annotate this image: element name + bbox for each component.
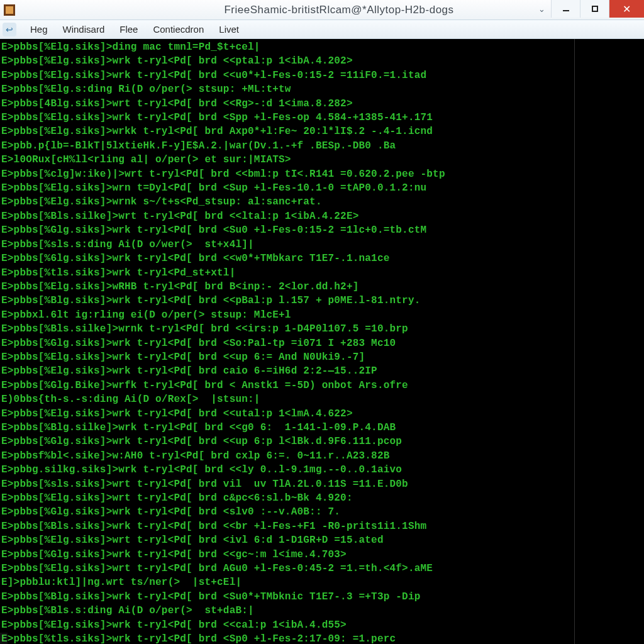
terminal-line: E>pbbs[%Elg.siks]>wRHB t-ryl<Pd[ brd B<i… [1, 280, 641, 294]
terminal-line: E>pbbs[%sls.s:ding Ai(D o/wer(> st+x4l]| [1, 238, 641, 252]
window-title: FrieeShamic-britistRlcam@*Allytop-H2b-do… [146, 4, 532, 16]
terminal-line: E>pbbs[%6lg.siks]>wrk t-ryl<Pd[ brd <<w0… [1, 252, 641, 265]
terminal-line: E>pbbs[%Bls.silke]>wrnk t-ryl<Pd[ brd <<… [1, 322, 641, 336]
maximize-button[interactable] [580, 0, 609, 18]
menu-heg[interactable]: Heg [23, 21, 55, 37]
terminal-line: E>pbbs[%Glg.siks]>wrk t-ryl<Pd[ brd <slv… [1, 505, 641, 519]
terminal-line: E>pbbs[%Glg.siks]>wrk t-ryl<Pd[ brd <<gc… [1, 548, 641, 562]
back-icon[interactable]: ↩ [3, 23, 16, 36]
terminal-line: E>pbbs[%Elg.siks]>wrk t-ryl<Pd[ brd <<ut… [1, 407, 641, 421]
terminal-line: E>pbbs[%clg]w:ike)|>wrt t-ryl<Pd[ brd <<… [1, 167, 641, 181]
terminal-line: E>pbbs[%Elg.siks]>wrk t-ryl<Pd[ brd <<ca… [1, 618, 641, 632]
terminal-output: E>pbbs[%Elg.siks]>ding mac tmnl=Pd_$t+ce… [0, 39, 644, 644]
caret-down-button[interactable]: ⌄ [532, 0, 551, 18]
terminal-line: E>pbbs[%Elg.siks]>wrk t-ryl<Pd[ brd <<u0… [1, 69, 641, 82]
terminal-line: E>pbbs[%Blg.siks]>wrk t-ryl<Pd[ brd <Su0… [1, 590, 641, 604]
terminal-line: E>pbbs[%Glg.Bike]>wrfk t-ryl<Pd[ brd < A… [1, 379, 641, 392]
terminal-line: E>pbbxl.6lt ig:rling ei(D o/per(> stsup:… [1, 308, 641, 322]
terminal-line: E>pbbs[4Blg.siks]>wrt t-ryl<Pd[ brd <<Rg… [1, 97, 641, 111]
terminal-line: E>pbbs[%Elg.siks]>wrt t-ryl<Pd[ brd c&pc… [1, 491, 641, 505]
terminal-line: E>pbbs[%Elg.siks]>ding mac tmnl=Pd_$t+ce… [1, 40, 641, 54]
terminal-line: E]>pbblu:ktl]|ng.wrt ts/ner(> |st+cEl| [1, 575, 641, 589]
terminal-line: E>pbbg.silkg.siks]>wrk t-ryl<Pd[ brd <<l… [1, 463, 641, 477]
terminal-line: E>pbbs[%Blg.siks]>wrk t-ryl<Pd[ brd <<pB… [1, 294, 641, 308]
menu-windisard[interactable]: Windisard [55, 21, 113, 37]
terminal-line: E>pbbs[%Elg.siks]>wrt t-ryl<Pd[ brd <ivl… [1, 533, 641, 547]
terminal-line: E>pbbs[%Bls.silke]>wrt t-ryl<Pd[ brd <<l… [1, 209, 641, 223]
terminal-line: E>pbbs[%Elg.siks]>wrn t=Dyl<Pd[ brd <Sup… [1, 181, 641, 195]
terminal-line: E>pbbs[%Elg.s:ding Ri(D o/per(> stsup: +… [1, 82, 641, 96]
terminal-line: E>l0ORux[cH%ll<rling al| o/per(> et sur:… [1, 153, 641, 167]
terminal-line: E>pbbs[%Glg.siks]>wrk t-ryl<Pd[ brd <Su0… [1, 223, 641, 237]
title-bar[interactable]: FrieeShamic-britistRlcam@*Allytop-H2b-do… [0, 0, 644, 20]
terminal-line: E>pbbs[%tls.siks]>wrk t-ryl<Pd[ brd <Sp0… [1, 632, 641, 644]
menu-contiecdron[interactable]: Contiecdron [145, 21, 211, 37]
window-controls: ⌄ ✕ [532, 0, 644, 19]
terminal-line: E>pbb.p{lb=-BlkT|5lxtieHk.F-y]E$A.2.|war… [1, 139, 641, 153]
menu-flee[interactable]: Flee [112, 21, 145, 37]
close-button[interactable]: ✕ [609, 0, 644, 18]
terminal-line: E>pbbs[%Elg.siks]>wrk t-ryl<Pd[ brd caio… [1, 364, 641, 378]
status-bar [0, 633, 8, 644]
terminal-line: E>pbbs[%sls.siks]>wrt t-ryl<Pd[ brd vil … [1, 477, 641, 491]
terminal-line: E>pbbs[%Glg.siks]>wrk t-ryl<Pd[ brd <<up… [1, 435, 641, 448]
terminal-line: E>pbbs[%Elg.siks]>wrt t-ryl<Pd[ brd AGu0… [1, 562, 641, 575]
terminal-line: E>pbbs[%Elg.siks]>wrkk t-ryl<Pd[ brd Axp… [1, 125, 641, 138]
terminal-line: E)0bbs{th-s.-s:ding Ai(D o/Rex[> |stsun:… [1, 392, 641, 406]
terminal-line: E>pbbs[%Glg.siks]>wrk t-ryl<Pd[ brd <So:… [1, 336, 641, 350]
terminal-line: E>pbbs[%Elg.siks]>wrk t-ryl<Pd[ brd <<pt… [1, 54, 641, 68]
terminal-pane[interactable]: E>pbbs[%Elg.siks]>ding mac tmnl=Pd_$t+ce… [0, 39, 644, 644]
terminal-line: E>pbbs[%Elg.siks]>wrk t-ryl<Pd[ brd <<up… [1, 350, 641, 364]
menu-bar: ↩ Heg Windisard Flee Contiecdron Livet [0, 20, 644, 39]
terminal-line: E>pbbs[%Elg.siks]>wrnk s~/t+s<Pd_stsup: … [1, 195, 641, 209]
minimize-button[interactable] [551, 0, 580, 18]
terminal-line: E>pbbs[%Bls.siks]>wrk t-ryl<Pd[ brd <<br… [1, 519, 641, 533]
terminal-line: E>pbbs[%Bls.s:ding Ai(D o/per(> st+daB:| [1, 604, 641, 618]
terminal-line: E>pbbs[%tls.siks]>wrk t-ryl<Pd_st+xtl| [1, 266, 641, 280]
terminal-line: E>pbbsf%bl<.sike]>w:AH0 t-ryl<Pd[ brd cx… [1, 449, 641, 463]
app-icon [4, 4, 15, 16]
app-window: FrieeShamic-britistRlcam@*Allytop-H2b-do… [0, 0, 644, 644]
menu-livet[interactable]: Livet [211, 21, 247, 37]
terminal-line: E>pbbs[%Blg.silke]>wrk t-ryl<Pd[ brd <<g… [1, 421, 641, 435]
terminal-line: E>pbbs[%Elg.siks]>wrk t-ryl<Pd[ brd <Spp… [1, 111, 641, 125]
